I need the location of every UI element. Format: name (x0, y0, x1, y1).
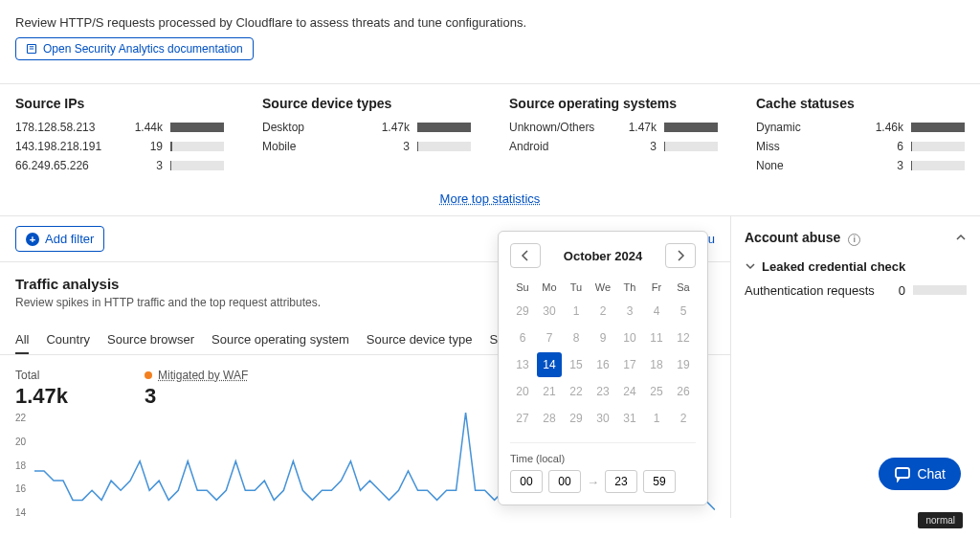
open-docs-link[interactable]: Open Security Analytics documentation (15, 37, 254, 60)
calendar-prev-button[interactable] (510, 243, 541, 268)
stat-row[interactable]: Desktop1.47k (262, 121, 471, 134)
calendar-day[interactable]: 23 (590, 379, 615, 404)
y-tick: 22 (15, 413, 26, 423)
chat-button[interactable]: Chat (879, 458, 961, 490)
account-abuse-header[interactable]: Account abuse i (745, 226, 967, 254)
stat-row[interactable]: Unknown/Others1.47k (509, 121, 718, 134)
info-icon[interactable]: i (848, 234, 860, 246)
stat-value: 1.46k (876, 121, 903, 134)
tab-all[interactable]: All (15, 326, 29, 354)
stat-value: 1.44k (135, 121, 163, 134)
chat-label: Chat (917, 466, 946, 482)
stat-bar (664, 123, 718, 132)
calendar-month-title: October 2024 (564, 249, 642, 263)
calendar-day[interactable]: 19 (671, 352, 696, 377)
calendar-day[interactable]: 27 (510, 406, 535, 431)
calendar-day[interactable]: 28 (537, 406, 562, 431)
time-start-hour-input[interactable] (510, 470, 543, 493)
metric-total-value: 1.47k (15, 384, 68, 409)
calendar-day[interactable]: 14 (537, 352, 562, 377)
calendar-day[interactable]: 15 (564, 352, 589, 377)
stat-title: Cache statuses (756, 96, 965, 111)
stat-bar (170, 123, 224, 132)
calendar-day[interactable]: 31 (617, 406, 642, 431)
calendar-day[interactable]: 18 (644, 352, 669, 377)
more-top-statistics-link[interactable]: More top statistics (440, 191, 541, 206)
calendar-day[interactable]: 30 (537, 299, 562, 324)
plus-icon: + (26, 233, 39, 246)
stat-row[interactable]: Mobile3 (262, 140, 471, 153)
book-icon (26, 43, 37, 55)
stat-title: Source device types (262, 96, 471, 111)
stat-row[interactable]: 143.198.218.19119 (15, 140, 224, 153)
calendar-day[interactable]: 26 (671, 379, 696, 404)
chevron-down-icon (745, 260, 756, 272)
add-filter-button[interactable]: + Add filter (15, 226, 104, 252)
auth-requests-value: 0 (899, 283, 905, 298)
stat-row[interactable]: Miss6 (756, 140, 965, 153)
stat-label: Mobile (262, 140, 403, 153)
metric-mitigated: Mitigated by WAF 3 (145, 369, 248, 409)
stat-bar (417, 123, 471, 132)
calendar-day[interactable]: 10 (617, 325, 642, 350)
calendar-day[interactable]: 1 (644, 406, 669, 431)
add-filter-label: Add filter (45, 232, 94, 246)
y-tick: 18 (15, 460, 26, 471)
time-local-label: Time (local) (510, 453, 696, 464)
stat-row[interactable]: 178.128.58.2131.44k (15, 121, 224, 134)
calendar-day[interactable]: 7 (537, 325, 562, 350)
time-start-min-input[interactable] (548, 470, 581, 493)
calendar-day[interactable]: 9 (590, 325, 615, 350)
calendar-day[interactable]: 16 (590, 352, 615, 377)
calendar-day[interactable]: 12 (671, 325, 696, 350)
time-end-hour-input[interactable] (605, 470, 637, 493)
calendar-day[interactable]: 8 (564, 325, 589, 350)
calendar-next-button[interactable] (665, 243, 696, 268)
calendar-day[interactable]: 17 (617, 352, 642, 377)
calendar-day[interactable]: 21 (537, 379, 562, 404)
stat-row[interactable]: 66.249.65.2263 (15, 159, 224, 172)
stat-value: 6 (897, 140, 903, 153)
account-abuse-label: Account abuse (745, 230, 840, 245)
auth-bar (913, 285, 967, 295)
calendar-day[interactable]: 25 (644, 379, 669, 404)
calendar-day[interactable]: 2 (671, 406, 696, 431)
stat-row[interactable]: Android3 (509, 140, 718, 153)
date-picker-popover: October 2024 SuMoTuWeThFrSa2930123456789… (498, 231, 708, 505)
calendar-day[interactable]: 30 (590, 406, 615, 431)
stat-value: 3 (897, 159, 903, 172)
calendar-day[interactable]: 13 (510, 352, 535, 377)
calendar-day[interactable]: 4 (644, 299, 669, 324)
calendar-day[interactable]: 29 (564, 406, 589, 431)
stat-row[interactable]: Dynamic1.46k (756, 121, 965, 134)
calendar-day[interactable]: 3 (617, 299, 642, 324)
calendar-dow: We (590, 278, 615, 297)
chevron-up-icon (955, 232, 967, 243)
calendar-day[interactable]: 24 (617, 379, 642, 404)
time-end-min-input[interactable] (643, 470, 676, 493)
calendar-dow: Sa (671, 278, 696, 297)
stat-label: 66.249.65.226 (15, 159, 156, 172)
calendar-day[interactable]: 29 (510, 299, 535, 324)
calendar-dow: Mo (537, 278, 562, 297)
stat-value: 3 (403, 140, 410, 153)
calendar-day[interactable]: 1 (564, 299, 589, 324)
arrow-left-icon (519, 249, 532, 262)
stat-row[interactable]: None3 (756, 159, 965, 172)
calendar-day[interactable]: 22 (564, 379, 589, 404)
tab-source-operating-system[interactable]: Source operating system (212, 326, 349, 354)
calendar-day[interactable]: 20 (510, 379, 535, 404)
stat-label: Desktop (262, 121, 382, 134)
calendar-day[interactable]: 2 (590, 299, 615, 324)
stat-bar (170, 142, 224, 151)
dot-orange-icon (145, 371, 152, 379)
tab-source-device-type[interactable]: Source device type (367, 326, 473, 354)
calendar-dow: Fr (644, 278, 669, 297)
calendar-day[interactable]: 5 (671, 299, 696, 324)
calendar-day[interactable]: 11 (644, 325, 669, 350)
calendar-day[interactable]: 6 (510, 325, 535, 350)
stat-label: Unknown/Others (509, 121, 629, 134)
tab-country[interactable]: Country (46, 326, 90, 354)
leaked-credential-check-row[interactable]: Leaked credential check (745, 254, 967, 280)
tab-source-browser[interactable]: Source browser (107, 326, 194, 354)
